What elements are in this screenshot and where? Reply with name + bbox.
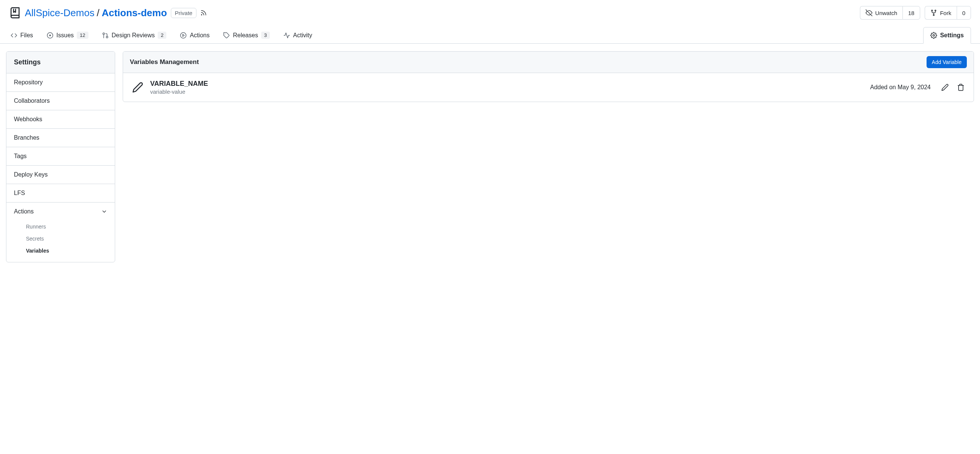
tab-design-reviews-label: Design Reviews bbox=[112, 32, 155, 39]
variable-actions bbox=[941, 84, 964, 91]
variable-added-date: Added on May 9, 2024 bbox=[870, 84, 931, 91]
sidebar-item-lfs[interactable]: LFS bbox=[6, 184, 115, 202]
delete-variable-icon[interactable] bbox=[957, 84, 964, 91]
repo-title-group: AllSpice-Demos / Actions-demo Private bbox=[9, 7, 207, 19]
breadcrumb-repo[interactable]: Actions-demo bbox=[102, 7, 167, 19]
edit-variable-icon[interactable] bbox=[941, 84, 949, 91]
variable-text: VARIABLE_NAME variable-value bbox=[150, 80, 208, 95]
content-panel: Variables Management Add Variable VARIAB… bbox=[123, 51, 974, 102]
sidebar-item-tags[interactable]: Tags bbox=[6, 147, 115, 166]
unwatch-label: Unwatch bbox=[875, 10, 897, 16]
settings-sidebar: Settings Repository Collaborators Webhoo… bbox=[6, 51, 115, 262]
releases-count-badge: 3 bbox=[261, 32, 270, 39]
svg-point-10 bbox=[181, 32, 186, 38]
svg-point-0 bbox=[201, 15, 202, 16]
variable-name: VARIABLE_NAME bbox=[150, 80, 208, 88]
header-actions: Unwatch 18 Fork 0 bbox=[860, 6, 971, 19]
tab-design-reviews[interactable]: Design Reviews 2 bbox=[100, 27, 168, 43]
breadcrumb: AllSpice-Demos / Actions-demo bbox=[25, 7, 167, 19]
tab-activity-label: Activity bbox=[293, 32, 312, 39]
svg-point-6 bbox=[49, 35, 51, 36]
issues-count-badge: 12 bbox=[77, 32, 88, 39]
sidebar-item-actions[interactable]: Actions bbox=[6, 202, 115, 221]
nav-tabs-right: Settings bbox=[923, 27, 971, 43]
main-layout: Settings Repository Collaborators Webhoo… bbox=[0, 44, 980, 270]
tab-actions-label: Actions bbox=[190, 32, 209, 39]
sidebar-item-collaborators[interactable]: Collaborators bbox=[6, 92, 115, 110]
tab-activity[interactable]: Activity bbox=[282, 27, 314, 43]
repo-icon bbox=[9, 7, 21, 19]
svg-marker-11 bbox=[183, 34, 185, 37]
sidebar-item-deploy-keys[interactable]: Deploy Keys bbox=[6, 166, 115, 184]
tab-issues[interactable]: Issues 12 bbox=[45, 27, 90, 43]
fork-count[interactable]: 0 bbox=[957, 6, 971, 19]
sidebar-title: Settings bbox=[6, 52, 115, 73]
design-reviews-count-badge: 2 bbox=[158, 32, 166, 39]
breadcrumb-separator: / bbox=[97, 7, 99, 19]
sidebar-item-webhooks[interactable]: Webhooks bbox=[6, 110, 115, 129]
watch-count[interactable]: 18 bbox=[902, 6, 920, 19]
chevron-down-icon bbox=[101, 209, 107, 215]
fork-group: Fork 0 bbox=[925, 6, 971, 19]
tab-files-label: Files bbox=[20, 32, 33, 39]
variable-left: VARIABLE_NAME variable-value bbox=[132, 80, 208, 95]
panel-title: Variables Management bbox=[130, 58, 199, 66]
svg-point-13 bbox=[933, 35, 935, 37]
tab-releases-label: Releases bbox=[233, 32, 258, 39]
rss-icon[interactable] bbox=[200, 10, 207, 16]
visibility-badge: Private bbox=[171, 8, 197, 18]
unwatch-button[interactable]: Unwatch bbox=[860, 6, 902, 19]
fork-button[interactable]: Fork bbox=[925, 6, 957, 19]
watch-group: Unwatch 18 bbox=[860, 6, 920, 19]
sidebar-item-repository[interactable]: Repository bbox=[6, 73, 115, 92]
sidebar-item-branches[interactable]: Branches bbox=[6, 129, 115, 147]
tab-settings[interactable]: Settings bbox=[923, 27, 971, 44]
tab-releases[interactable]: Releases 3 bbox=[222, 27, 271, 43]
repo-nav: Files Issues 12 Design Reviews 2 Actions… bbox=[0, 27, 980, 44]
nav-tabs-left: Files Issues 12 Design Reviews 2 Actions… bbox=[9, 27, 314, 43]
sidebar-sub-variables[interactable]: Variables bbox=[6, 245, 115, 257]
breadcrumb-owner[interactable]: AllSpice-Demos bbox=[25, 7, 94, 19]
variable-value: variable-value bbox=[150, 88, 208, 95]
tab-actions[interactable]: Actions bbox=[178, 27, 211, 43]
fork-label: Fork bbox=[940, 10, 951, 16]
panel-header: Variables Management Add Variable bbox=[123, 52, 974, 73]
tab-settings-label: Settings bbox=[940, 32, 964, 39]
tab-issues-label: Issues bbox=[56, 32, 74, 39]
tab-files[interactable]: Files bbox=[9, 27, 35, 43]
sidebar-sub-runners[interactable]: Runners bbox=[6, 221, 115, 233]
variable-right: Added on May 9, 2024 bbox=[870, 84, 964, 91]
pencil-icon bbox=[132, 82, 143, 93]
variable-row: VARIABLE_NAME variable-value Added on Ma… bbox=[123, 73, 974, 102]
repo-header: AllSpice-Demos / Actions-demo Private Un… bbox=[0, 0, 980, 22]
sidebar-sub-secrets[interactable]: Secrets bbox=[6, 233, 115, 245]
add-variable-button[interactable]: Add Variable bbox=[927, 56, 967, 68]
sidebar-actions-submenu: Runners Secrets Variables bbox=[6, 221, 115, 262]
